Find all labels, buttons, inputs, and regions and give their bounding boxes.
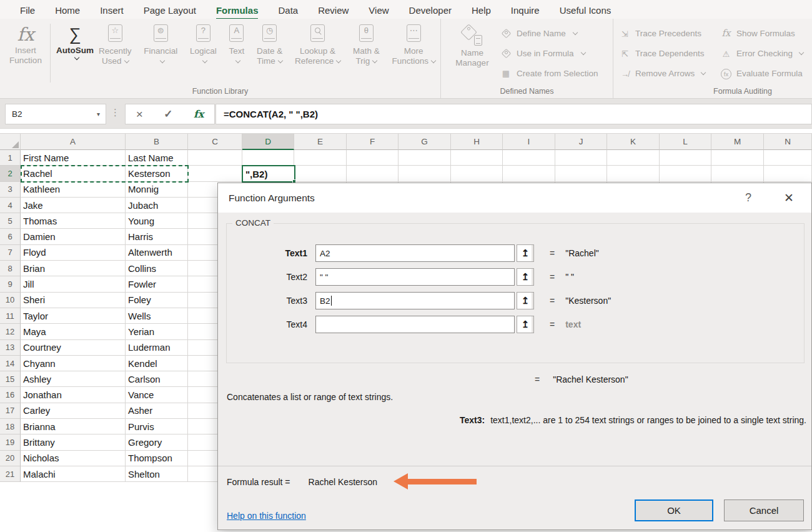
column-header-l[interactable]: L [660, 134, 711, 150]
cell-b1[interactable]: Last Name [126, 150, 188, 166]
tab-page-layout[interactable]: Page Layout [134, 5, 206, 19]
cell-a7[interactable]: Floyd [21, 245, 126, 261]
row-header-16[interactable]: 16 [0, 387, 21, 403]
cell-e2[interactable] [294, 166, 347, 181]
cell-i1[interactable] [503, 150, 555, 166]
cell-f2[interactable] [347, 166, 399, 181]
row-header-11[interactable]: 11 [0, 308, 21, 324]
insert-function-fx-icon[interactable]: fx [194, 108, 204, 120]
cell-a17[interactable]: Carley [21, 403, 126, 419]
tab-home[interactable]: Home [45, 5, 90, 19]
cell-b18[interactable]: Purvis [126, 419, 188, 434]
column-header-e[interactable]: E [294, 134, 347, 150]
tab-review[interactable]: Review [308, 5, 359, 19]
cell-a20[interactable]: Nicholas [21, 451, 126, 466]
cell-a19[interactable]: Brittany [21, 434, 126, 450]
row-header-5[interactable]: 5 [0, 213, 21, 229]
trace-precedents-button[interactable]: ⇲Trace Precedents [618, 25, 701, 41]
formula-bar-grip-icon[interactable]: ⋮ [111, 107, 120, 118]
date-time-button[interactable]: ◷Date &Time [257, 24, 282, 66]
cell-a14[interactable]: Chyann [21, 356, 126, 371]
cell-m2[interactable] [711, 166, 764, 181]
cell-l1[interactable] [660, 150, 711, 166]
column-header-b[interactable]: B [126, 134, 188, 150]
cell-g2[interactable] [399, 166, 451, 181]
row-header-13[interactable]: 13 [0, 340, 21, 356]
cell-a3[interactable]: Kathleen [21, 182, 126, 198]
column-header-g[interactable]: G [399, 134, 451, 150]
cell-b11[interactable]: Wells [126, 308, 188, 324]
cell-j2[interactable] [555, 166, 607, 181]
column-header-f[interactable]: F [347, 134, 399, 150]
formula-input[interactable]: =CONCAT(A2, " ",B2) [215, 104, 812, 124]
cell-b20[interactable]: Thompson [126, 451, 188, 466]
enter-entry-icon[interactable]: ✓ [164, 108, 172, 121]
name-manager-button[interactable]: Name Manager [446, 23, 498, 68]
cell-b13[interactable]: Luderman [126, 340, 188, 356]
column-header-k[interactable]: K [607, 134, 660, 150]
row-header-17[interactable]: 17 [0, 403, 21, 419]
cell-a6[interactable]: Damien [21, 229, 126, 244]
dialog-title-bar[interactable]: Function Arguments ? ✕ [218, 183, 811, 213]
ok-button[interactable]: OK [635, 499, 713, 521]
cell-m1[interactable] [711, 150, 764, 166]
cell-h1[interactable] [451, 150, 503, 166]
cell-b9[interactable]: Fowler [126, 276, 188, 292]
collapse-dialog-button[interactable]: ↥ [517, 292, 534, 309]
dialog-help-button[interactable]: ? [745, 191, 751, 204]
tab-view[interactable]: View [359, 5, 399, 19]
cell-a16[interactable]: Jonathan [21, 387, 126, 403]
cell-g1[interactable] [399, 150, 451, 166]
cell-k1[interactable] [607, 150, 660, 166]
cell-b19[interactable]: Gregory [126, 434, 188, 450]
row-header-19[interactable]: 19 [0, 434, 21, 450]
column-header-n[interactable]: N [764, 134, 812, 150]
define-name-button[interactable]: Define Name [500, 25, 577, 41]
collapse-dialog-button[interactable]: ↥ [517, 316, 534, 333]
row-header-4[interactable]: 4 [0, 198, 21, 213]
tab-data[interactable]: Data [268, 5, 308, 19]
cell-a21[interactable]: Malachi [21, 466, 126, 482]
cell-c1[interactable] [188, 150, 242, 166]
cell-b21[interactable]: Shelton [126, 466, 188, 482]
cell-a10[interactable]: Sheri [21, 293, 126, 308]
remove-arrows-button[interactable]: ↛Remove Arrows [618, 65, 705, 81]
row-header-15[interactable]: 15 [0, 371, 21, 387]
autosum-button[interactable]: ∑ AutoSum [52, 23, 97, 61]
collapse-dialog-button[interactable]: ↥ [517, 244, 534, 262]
cell-d1[interactable] [242, 150, 294, 166]
row-header-6[interactable]: 6 [0, 229, 21, 244]
cell-b6[interactable]: Harris [126, 229, 188, 244]
column-header-h[interactable]: H [451, 134, 503, 150]
text4-input[interactable] [315, 316, 515, 333]
cell-a4[interactable]: Jake [21, 198, 126, 213]
more-functions-button[interactable]: ⋯MoreFunctions [392, 24, 435, 66]
cell-n1[interactable] [764, 150, 812, 166]
cell-k2[interactable] [607, 166, 660, 181]
use-in-formula-button[interactable]: Use in Formula [500, 45, 585, 61]
column-header-a[interactable]: A [21, 134, 126, 150]
text1-input[interactable]: A2 [315, 244, 515, 262]
row-header-8[interactable]: 8 [0, 261, 21, 276]
row-header-12[interactable]: 12 [0, 324, 21, 339]
cell-f1[interactable] [347, 150, 399, 166]
collapse-dialog-button[interactable]: ↥ [517, 268, 534, 286]
tab-file[interactable]: File [10, 5, 45, 19]
cell-h2[interactable] [451, 166, 503, 181]
cell-b12[interactable]: Yerian [126, 324, 188, 339]
create-from-selection-button[interactable]: ▦Create from Selection [500, 65, 598, 81]
cell-a18[interactable]: Brianna [21, 419, 126, 434]
column-header-c[interactable]: C [188, 134, 242, 150]
text2-input[interactable]: " " [315, 268, 515, 286]
cell-l2[interactable] [660, 166, 711, 181]
cancel-button[interactable]: Cancel [724, 499, 804, 521]
financial-button[interactable]: ⊜Financial [144, 24, 177, 66]
cell-j1[interactable] [555, 150, 607, 166]
cell-e1[interactable] [294, 150, 347, 166]
close-icon[interactable]: ✕ [784, 191, 794, 205]
help-on-function-link[interactable]: Help on this function [227, 511, 306, 521]
column-header-m[interactable]: M [711, 134, 764, 150]
error-checking-button[interactable]: ⚠Error Checking [720, 45, 803, 61]
trace-dependents-button[interactable]: ⇱Trace Dependents [618, 45, 705, 61]
row-header-3[interactable]: 3 [0, 182, 21, 198]
